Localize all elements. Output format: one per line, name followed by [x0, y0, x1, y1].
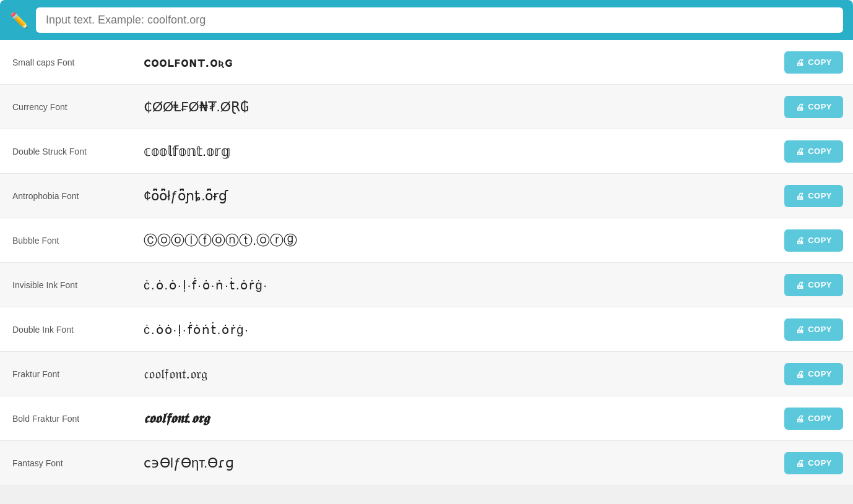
font-label: Double Struck Font	[0, 137, 136, 166]
copy-label: COPY	[808, 280, 832, 289]
copy-icon: 🖨	[795, 369, 805, 379]
font-preview: 𝖈𝖔𝖔𝖑𝖋𝖔𝖓𝖙.𝖔𝖗𝖌	[136, 401, 785, 437]
header-bar: ✏️	[0, 0, 853, 40]
font-label: Fantasy Font	[0, 448, 136, 478]
copy-btn-container: 🖨 COPY	[785, 408, 853, 430]
copy-btn-container: 🖨 COPY	[785, 51, 853, 74]
font-row: Double Struck Font 𝕔𝕠𝕠𝕝𝕗𝕠𝕟𝕥.𝕠𝕣𝕘 🖨 COPY	[0, 129, 853, 174]
copy-btn-container: 🖨 COPY	[785, 140, 853, 163]
font-preview: ϲ϶ϴlƒϴηт.ϴɾɡ	[136, 445, 785, 481]
copy-label: COPY	[808, 147, 832, 156]
copy-button[interactable]: 🖨 COPY	[784, 363, 843, 385]
font-row: Double Ink Font ċ.ȯȯ·ḷ·ḟȯṅṫ.ȯṙġ· 🖨 COPY	[0, 307, 853, 352]
copy-icon: 🖨	[795, 325, 805, 335]
copy-btn-container: 🖨 COPY	[785, 318, 853, 341]
font-preview: Ⓒⓞⓞⓛⓕⓞⓝⓣ.ⓞⓡⓖ	[136, 221, 785, 260]
copy-button[interactable]: 🖨 COPY	[784, 96, 843, 118]
text-input[interactable]	[36, 7, 843, 33]
copy-button[interactable]: 🖨 COPY	[784, 452, 843, 474]
font-label: Double Ink Font	[0, 315, 136, 344]
font-preview: ᴄᴏᴏʟꜰᴏɴᴛ.ᴏʀɢ	[136, 45, 785, 80]
font-row: Antrophobia Font ¢ȫȫłƒȫɲȶ.ȫɍɠ 🖨 COPY	[0, 174, 853, 218]
font-row: Bold Fraktur Font 𝖈𝖔𝖔𝖑𝖋𝖔𝖓𝖙.𝖔𝖗𝖌 🖨 COPY	[0, 396, 853, 441]
copy-icon: 🖨	[795, 414, 805, 424]
copy-label: COPY	[808, 236, 832, 245]
font-row: Fraktur Font 𝔠𝔬𝔬𝔩𝔣𝔬𝔫𝔱.𝔬𝔯𝔤 🖨 COPY	[0, 352, 853, 396]
copy-label: COPY	[808, 325, 832, 334]
main-container: ✏️ Small caps Font ᴄᴏᴏʟꜰᴏɴᴛ.ᴏʀɢ 🖨 COPY C…	[0, 0, 853, 485]
copy-button[interactable]: 🖨 COPY	[784, 140, 843, 163]
font-preview: 𝔠𝔬𝔬𝔩𝔣𝔬𝔫𝔱.𝔬𝔯𝔤	[136, 356, 785, 392]
copy-btn-container: 🖨 COPY	[785, 452, 853, 474]
copy-label: COPY	[808, 458, 832, 468]
copy-button[interactable]: 🖨 COPY	[784, 318, 843, 341]
font-preview: ċ.ȯ.ȯ·ḷ·ḟ·ȯ·ṅ·ṫ.ȯṙġ·	[136, 268, 785, 302]
copy-icon: 🖨	[795, 147, 805, 156]
copy-btn-container: 🖨 COPY	[785, 363, 853, 385]
copy-button[interactable]: 🖨 COPY	[784, 51, 843, 74]
copy-btn-container: 🖨 COPY	[785, 229, 853, 252]
font-label: Bold Fraktur Font	[0, 404, 136, 434]
copy-btn-container: 🖨 COPY	[785, 96, 853, 118]
copy-btn-container: 🖨 COPY	[785, 274, 853, 296]
copy-btn-container: 🖨 COPY	[785, 185, 853, 207]
copy-icon: 🖨	[795, 58, 805, 67]
copy-label: COPY	[808, 414, 832, 423]
font-preview: ċ.ȯȯ·ḷ·ḟȯṅṫ.ȯṙġ·	[136, 312, 785, 347]
copy-icon: 🖨	[795, 236, 805, 246]
copy-icon: 🖨	[795, 191, 805, 201]
font-label: Currency Font	[0, 92, 136, 122]
font-label: Antrophobia Font	[0, 181, 136, 211]
font-row: Fantasy Font ϲ϶ϴlƒϴηт.ϴɾɡ 🖨 COPY	[0, 441, 853, 485]
copy-label: COPY	[808, 191, 832, 200]
font-row: Bubble Font Ⓒⓞⓞⓛⓕⓞⓝⓣ.ⓞⓡⓖ 🖨 COPY	[0, 218, 853, 263]
font-list: Small caps Font ᴄᴏᴏʟꜰᴏɴᴛ.ᴏʀɢ 🖨 COPY Curr…	[0, 40, 853, 485]
font-label: Small caps Font	[0, 48, 136, 77]
copy-button[interactable]: 🖨 COPY	[784, 229, 843, 252]
font-preview: ¢ȫȫłƒȫɲȶ.ȫɍɠ	[136, 178, 785, 214]
copy-button[interactable]: 🖨 COPY	[784, 274, 843, 296]
copy-label: COPY	[808, 58, 832, 67]
copy-label: COPY	[808, 369, 832, 378]
font-row: Currency Font ₵ØØⱠ₣Ø₦₮.ØⱤ₲ 🖨 COPY	[0, 85, 853, 129]
copy-button[interactable]: 🖨 COPY	[784, 185, 843, 207]
copy-label: COPY	[808, 102, 832, 111]
font-label: Fraktur Font	[0, 359, 136, 389]
font-label: Invisible Ink Font	[0, 270, 136, 300]
font-label: Bubble Font	[0, 226, 136, 255]
copy-button[interactable]: 🖨 COPY	[784, 408, 843, 430]
font-preview: ₵ØØⱠ₣Ø₦₮.ØⱤ₲	[136, 89, 785, 125]
copy-icon: 🖨	[795, 458, 805, 468]
copy-icon: 🖨	[795, 102, 805, 112]
font-preview: 𝕔𝕠𝕠𝕝𝕗𝕠𝕟𝕥.𝕠𝕣𝕘	[136, 134, 785, 169]
copy-icon: 🖨	[795, 280, 805, 290]
font-row: Small caps Font ᴄᴏᴏʟꜰᴏɴᴛ.ᴏʀɢ 🖨 COPY	[0, 40, 853, 85]
font-row: Invisible Ink Font ċ.ȯ.ȯ·ḷ·ḟ·ȯ·ṅ·ṫ.ȯṙġ· …	[0, 263, 853, 307]
pencil-icon: ✏️	[10, 12, 28, 29]
